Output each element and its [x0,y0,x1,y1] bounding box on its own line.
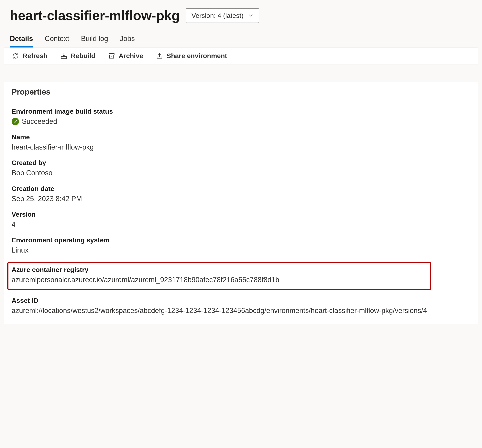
properties-card-header: Properties [4,82,478,102]
properties-card-title: Properties [12,87,470,96]
share-environment-button[interactable]: Share environment [156,52,227,60]
share-label: Share environment [167,52,227,60]
prop-build-status: Environment image build status Succeeded [12,108,470,126]
prop-value: azureml://locations/westus2/workspaces/a… [12,306,470,316]
tab-bar: Details Context Build log Jobs [4,31,478,47]
tab-jobs[interactable]: Jobs [120,31,135,47]
version-selector-label: Version: 4 (latest) [192,12,244,19]
prop-label: Name [12,133,470,141]
prop-value: azuremlpersonalcr.azurecr.io/azureml/azu… [12,275,427,285]
prop-value: Linux [12,245,470,255]
prop-asset-id: Asset ID azureml://locations/westus2/wor… [12,297,470,316]
svg-rect-6 [110,55,114,58]
prop-value: heart-classifier-mlflow-pkg [12,142,470,152]
properties-card-body: Environment image build status Succeeded… [4,102,478,324]
prop-label: Creation date [12,185,470,193]
rebuild-label: Rebuild [71,52,96,60]
tab-context[interactable]: Context [45,31,69,47]
highlight-annotation: Azure container registry azuremlpersonal… [7,262,431,290]
prop-value: Bob Contoso [12,168,470,178]
prop-version: Version 4 [12,211,470,230]
prop-value: Sep 25, 2023 8:42 PM [12,194,470,204]
prop-value: Succeeded [12,116,470,126]
prop-label: Asset ID [12,297,470,304]
toolbar: Refresh Rebuild Archive Share environmen… [4,47,478,64]
page-title: heart-classifier-mlflow-pkg [10,8,180,23]
tab-build-log[interactable]: Build log [81,31,108,47]
prop-created-by: Created by Bob Contoso [12,159,470,178]
share-icon [156,52,163,59]
refresh-icon [12,52,19,59]
prop-label: Version [12,211,470,218]
svg-rect-0 [61,56,66,59]
prop-name: Name heart-classifier-mlflow-pkg [12,133,470,152]
refresh-button[interactable]: Refresh [12,52,48,60]
archive-label: Archive [119,52,143,60]
build-status-text: Succeeded [22,116,57,126]
prop-label: Environment image build status [12,108,470,115]
archive-icon [108,52,115,59]
prop-os: Environment operating system Linux [12,236,470,255]
prop-label: Created by [12,159,470,167]
tab-details[interactable]: Details [10,31,33,47]
prop-creation-date: Creation date Sep 25, 2023 8:42 PM [12,185,470,204]
prop-label: Environment operating system [12,236,470,244]
prop-acr: Azure container registry azuremlpersonal… [12,266,427,285]
rebuild-button[interactable]: Rebuild [60,52,96,60]
properties-card: Properties Environment image build statu… [4,82,478,324]
success-icon [12,118,19,125]
chevron-down-icon [248,13,253,18]
prop-value: 4 [12,219,470,230]
prop-label: Azure container registry [12,266,427,274]
version-selector[interactable]: Version: 4 (latest) [186,8,259,23]
rebuild-icon [60,52,67,59]
page-header: heart-classifier-mlflow-pkg Version: 4 (… [4,6,478,31]
refresh-label: Refresh [23,52,48,60]
archive-button[interactable]: Archive [108,52,143,60]
